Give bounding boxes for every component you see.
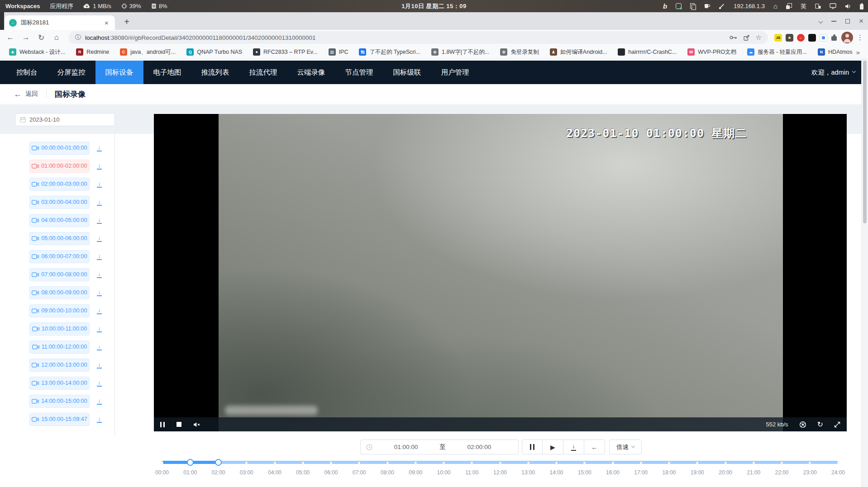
play-button[interactable]: ▶ [543,440,563,454]
bookmark-item[interactable]: R Redmine [72,47,113,57]
recording-segment-button[interactable]: 00:00:00-01:00:00 [29,142,90,155]
back-icon[interactable]: ← [5,32,16,43]
nav-tab[interactable]: 控制台 [6,61,48,84]
timeline-slider[interactable]: 00:0001:0002:0003:0004:0005:0006:0007:00… [162,457,838,480]
bookmarks-overflow-icon[interactable]: » [854,48,863,56]
new-tab-button[interactable]: + [121,16,132,27]
download-icon[interactable]: ↓ [97,343,102,350]
recording-segment-button[interactable]: 12:00:00-13:00:00 [29,359,90,372]
tab-close-icon[interactable]: × [103,19,110,27]
window-scrollbar[interactable] [861,59,868,487]
download-icon[interactable]: ↓ [97,217,102,224]
tray-volume-icon[interactable] [845,4,851,9]
bookmark-item[interactable]: ♟ 如何编译Android... [546,47,611,57]
player-pause-icon[interactable] [160,422,165,427]
recording-segment-button[interactable]: 02:00:00-03:00:00 [29,178,90,191]
window-close-button[interactable]: × [859,17,863,25]
bookmark-item[interactable]: 知 了不起的 TypeScri... [355,47,424,57]
download-icon[interactable]: ↓ [97,199,102,206]
nav-tab[interactable]: 拉流代理 [239,61,287,84]
recording-segment-button[interactable]: 13:00:00-14:00:00 [29,377,90,390]
extension-js-icon[interactable]: JS [774,34,782,42]
download-icon[interactable]: ↓ [97,235,102,242]
back-button[interactable]: 返回 [25,90,38,98]
download-button[interactable]: ↓ [563,440,584,454]
tray-clipboard-icon[interactable] [690,3,695,9]
recording-segment-button[interactable]: 05:00:00-06:00:00 [29,232,90,245]
bookmark-item[interactable]: N HDAtmos :: 种子 *... [814,47,854,57]
forward-icon[interactable]: → [20,32,32,43]
bookmark-item[interactable]: ▤ IPC [325,47,352,57]
nav-tab[interactable]: 推流列表 [191,61,239,84]
cpu-usage-indicator[interactable]: 39% [121,3,141,9]
refresh-icon[interactable]: ↻ [817,421,823,428]
recording-segment-button[interactable]: 08:00:00-09:00:00 [29,286,90,299]
nav-tab[interactable]: 电子地图 [143,61,191,84]
recording-segment-button[interactable]: 10:00:00-11:00:00 [29,322,90,336]
profile-avatar[interactable] [841,32,853,43]
download-icon[interactable]: ↓ [97,361,102,369]
tray-input-method-indicator[interactable]: 英 [801,2,806,10]
nav-tab[interactable]: 节点管理 [335,61,383,84]
browser-tab[interactable]: ∴ 国标28181 × [5,15,115,30]
back-arrow-icon[interactable]: ← [14,90,22,99]
password-key-icon[interactable] [730,35,737,40]
recording-segment-button[interactable]: 14:00:00-15:00:00 [29,395,90,408]
download-icon[interactable]: ↓ [97,162,102,170]
player-stop-icon[interactable] [176,422,181,427]
snapshot-aperture-icon[interactable] [799,421,806,428]
nav-tab[interactable]: 用户管理 [431,61,479,84]
memory-usage-indicator[interactable]: 8% [151,3,167,9]
extensions-puzzle-icon[interactable] [831,34,838,41]
bookmark-item[interactable]: ● RFC2833 – RTP Ev... [249,47,321,57]
tray-home-icon[interactable]: ⌂ [773,2,777,10]
bookmark-item[interactable]: ⊕ 免登录复制 [496,47,543,57]
download-icon[interactable]: ↓ [97,307,102,314]
extension-dark-icon[interactable] [786,34,793,42]
workspaces-button[interactable]: Workspaces [5,3,40,9]
tray-phonelink-icon[interactable] [815,3,821,9]
bookmark-item[interactable]: W WVP-PRO文档 [684,47,740,57]
download-icon[interactable]: ↓ [97,271,102,278]
window-maximize-button[interactable] [845,19,850,24]
tab-search-icon[interactable] [819,17,822,25]
playback-speed-dropdown[interactable]: 倍速 [609,440,642,454]
extension-adblock-icon[interactable]: – [797,34,805,42]
recording-segment-button[interactable]: 07:00:00-08:00:00 [29,268,90,281]
network-speed-indicator[interactable]: 1 MB/s [83,3,111,9]
nav-tab[interactable]: 分屏监控 [48,61,95,84]
player-mute-icon[interactable] [193,422,200,427]
date-picker-input[interactable]: 2023-01-10 [15,113,115,126]
download-icon[interactable]: ↓ [97,379,102,387]
seek-back-button[interactable]: ← [584,440,605,454]
tray-coffee-icon[interactable] [704,3,711,9]
tray-screenshot-app-icon[interactable] [676,3,682,9]
end-time-value[interactable]: 02:00:00 [446,444,513,450]
tray-color-picker-icon[interactable] [719,3,725,9]
share-icon[interactable] [744,35,749,41]
pause-button[interactable] [522,440,543,454]
download-icon[interactable]: ↓ [97,416,102,423]
browser-menu-icon[interactable]: ⋮ [857,33,863,42]
recording-segment-button[interactable]: 04:00:00-05:00:00 [29,214,90,227]
bookmark-item[interactable]: C java、android可... [116,47,179,57]
bookmark-item[interactable]: hairrrrr/C-CrashC... [614,47,680,57]
download-icon[interactable]: ↓ [97,253,102,260]
download-icon[interactable]: ↓ [97,397,102,405]
recording-segment-button[interactable]: 03:00:00-04:00:00 [29,196,90,209]
bookmark-star-icon[interactable]: ☆ [756,33,762,42]
start-time-value[interactable]: 01:00:00 [372,444,439,450]
tray-ip-address[interactable]: 192.168.1.3 [734,3,765,9]
window-minimize-button[interactable] [831,21,836,22]
fullscreen-icon[interactable] [834,421,840,428]
recording-segment-button[interactable]: 09:00:00-10:00:00 [29,304,90,317]
bookmark-item[interactable]: ◈ Webstack - 设计... [5,47,69,57]
reload-icon[interactable]: ↻ [35,32,47,43]
scrollbar-thumb[interactable] [863,61,867,223]
tray-windows-icon[interactable] [786,3,792,9]
address-bar[interactable]: ⓘ localhost :38080/#/gbRecordDetail/3402… [69,31,768,44]
system-clock[interactable]: 1月10日 星期二 15：09 [401,0,466,12]
download-icon[interactable]: ↓ [97,289,102,296]
extension-black-icon[interactable] [808,34,816,42]
recording-segment-button[interactable]: 15:00:00-15:09:47 [29,413,90,426]
